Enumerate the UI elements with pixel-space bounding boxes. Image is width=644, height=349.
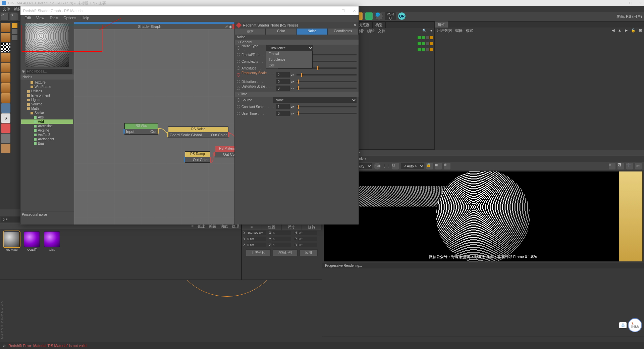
tool-checker-icon[interactable] [1, 43, 10, 52]
shader-menu-tools[interactable]: Tools [50, 16, 58, 21]
ctb-3[interactable]: 🌐 [375, 12, 383, 20]
value-input[interactable] [276, 111, 290, 116]
slider[interactable] [297, 106, 357, 107]
material-OctDiff[interactable]: OctDiff [22, 231, 41, 252]
tree-item-bias[interactable]: Bias [21, 141, 73, 146]
shader-props-close-icon[interactable]: ✕ [354, 23, 357, 28]
maximize-button[interactable]: ☐ [629, 1, 632, 5]
render-circle-button[interactable]: ○ [609, 163, 615, 169]
noise-option-cell[interactable]: Cell [266, 62, 312, 68]
value-input[interactable] [276, 104, 290, 109]
tool-magnet-icon[interactable] [1, 123, 10, 133]
time-group-header[interactable]: Time [235, 92, 359, 97]
radio[interactable] [237, 53, 240, 56]
slider[interactable] [297, 113, 357, 114]
slider[interactable] [297, 74, 357, 76]
graph-expand-icon[interactable]: ⤢ ◉ [225, 24, 232, 29]
value-input[interactable] [276, 79, 290, 84]
obj-menu-文件[interactable]: 文件 [378, 29, 385, 33]
node-rs-ramp[interactable]: RS Ramp Out Color [185, 151, 210, 163]
mode-btn-1[interactable] [12, 23, 17, 28]
tool-misc-icon[interactable] [1, 144, 10, 153]
node-rs-material[interactable]: RS Material Out Color [215, 146, 234, 157]
tree-item-utilities[interactable]: Utilities [21, 89, 73, 93]
rot-input[interactable] [298, 231, 317, 235]
attrs-nav-fwd[interactable]: ▶ [625, 28, 628, 32]
minimize-button[interactable]: ─ [620, 1, 622, 5]
tree-item-lights[interactable]: Lights [21, 98, 73, 102]
tool-torus-icon[interactable] [1, 73, 10, 83]
tree-item-arctan2[interactable]: ArcTan2 [21, 133, 73, 137]
obj-menu-编辑[interactable]: 编辑 [367, 29, 375, 33]
tool-cone-icon[interactable] [1, 63, 10, 72]
tool-sphere-icon[interactable] [1, 93, 10, 103]
tool-plane-icon[interactable] [1, 83, 10, 93]
shader-tab-noise[interactable]: Noise [297, 29, 328, 35]
pos-input[interactable] [247, 237, 266, 241]
coords-world-dropdown[interactable]: 世界坐标 [246, 249, 271, 256]
shader-tab-coordinates[interactable]: Coordinates [328, 29, 359, 35]
undo-button[interactable]: ↶ [1, 13, 9, 21]
radio[interactable] [237, 112, 240, 115]
source-radio[interactable] [237, 98, 240, 102]
ctb-2[interactable] [365, 12, 373, 20]
noise-type-select[interactable]: Turbulence [266, 45, 313, 51]
node-ramp-outcolor-port[interactable]: Out Color [193, 158, 209, 162]
tree-item-arcsine[interactable]: Arcsine [21, 128, 73, 133]
radio[interactable] [237, 87, 240, 90]
noise-option-fractal[interactable]: Fractal [266, 51, 312, 57]
shader-menu-help[interactable]: Help [82, 16, 89, 21]
shader-graph-canvas[interactable]: RS Abs InputOut RS Noise Coord Scale Glo… [74, 29, 234, 225]
material-材质[interactable]: 材质 [43, 231, 61, 252]
shader-tab-基本[interactable]: 基本 [235, 29, 266, 35]
coords-apply-button[interactable]: 应用 [300, 249, 318, 256]
timeline-start-input[interactable] [1, 217, 21, 222]
tab-attrs[interactable]: 属性 [435, 21, 448, 28]
node-noise-coord-port[interactable]: Coord Scale Global [170, 133, 202, 137]
mode-btn-3[interactable] [12, 35, 17, 40]
node-abs-input-port[interactable]: Input [126, 130, 134, 134]
attrs-nav-up[interactable]: ▲ [618, 28, 622, 32]
shader-tab-color[interactable]: Color [266, 29, 297, 35]
mat-menu-icon[interactable]: ≡ [192, 224, 194, 229]
radio[interactable] [237, 60, 240, 63]
render-add-button[interactable]: ➕ [626, 163, 633, 169]
shader-menu-options[interactable]: Options [63, 16, 76, 21]
render-grid-button[interactable]: ⊞ [435, 163, 442, 169]
tool-lock-icon[interactable] [1, 134, 10, 143]
node-noise-outcolor-port[interactable]: Out Color [211, 133, 227, 137]
search-icon[interactable]: 🔍 [422, 29, 427, 33]
general-group-header[interactable]: General [235, 40, 359, 45]
material-RS Mate[interactable]: RS Mate [2, 231, 21, 252]
radio[interactable] [237, 66, 240, 70]
value-input[interactable] [276, 72, 290, 78]
tree-item-wireframe[interactable]: WireFrame [21, 85, 73, 89]
close-find-icon[interactable]: ⊗ [22, 69, 25, 73]
coords-scale-dropdown[interactable]: 缩放比例 [273, 249, 298, 256]
node-rs-noise[interactable]: RS Noise Coord Scale GlobalOut Color [168, 127, 228, 138]
pos-input[interactable] [247, 243, 266, 247]
tree-item-volume[interactable]: Volume [21, 102, 73, 106]
close-button[interactable]: ✕ [639, 1, 642, 5]
menu-文件[interactable]: 文件 [3, 7, 10, 11]
attrs-menu-icon[interactable]: ⊞ [639, 28, 642, 32]
render-crop-button[interactable]: ◻ [392, 163, 399, 169]
shader-menu-edit[interactable]: Edit [24, 16, 31, 21]
shader-maximize-button[interactable]: ☐ [341, 9, 345, 13]
shader-menu-view[interactable]: View [36, 16, 44, 21]
shader-window-titlebar[interactable]: Redshift Shader Graph - RS Material ─ ☐ … [20, 6, 359, 15]
tool-s-icon[interactable]: S [1, 113, 10, 123]
render-auto-select[interactable]: < Auto > [401, 163, 424, 169]
tool-move-icon[interactable] [1, 103, 10, 113]
slider[interactable] [297, 81, 357, 82]
obj-tab-构造[interactable]: 构造 [373, 22, 386, 28]
attrs-nav-back[interactable]: ◀ [612, 28, 614, 32]
mat-menu-创建[interactable]: 创建 [198, 224, 205, 229]
render-dots-icon[interactable]: ⋮⋮ [383, 164, 390, 168]
tree-item-arctangent[interactable]: Arctangent [21, 137, 73, 141]
node-abs-out-port[interactable]: Out [150, 130, 156, 134]
find-nodes-input[interactable] [26, 69, 72, 74]
noise-option-turbulence[interactable]: Turbulence [266, 57, 312, 62]
qr-button[interactable]: QR [398, 12, 406, 20]
attrs-lock-icon[interactable]: 🔒 [631, 28, 636, 32]
